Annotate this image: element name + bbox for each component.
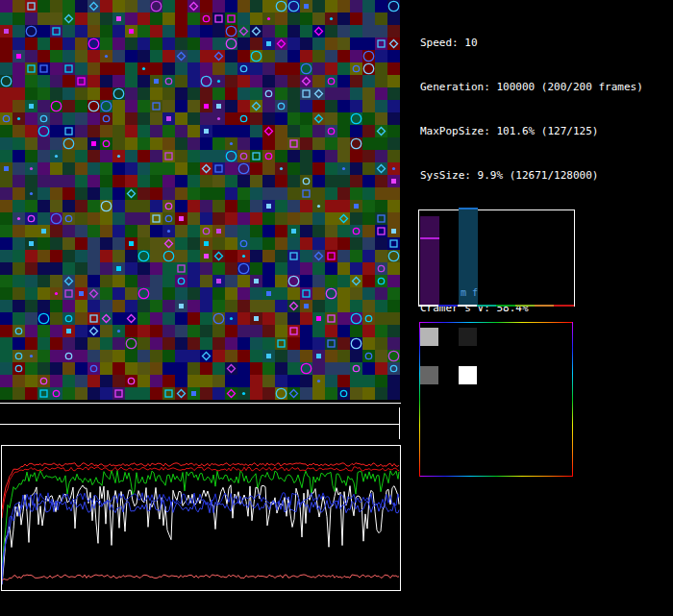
hue-scale-segment: [438, 305, 458, 307]
matrix-border-right: [572, 322, 573, 477]
app-window: Speed: 10 Generation: 100000 (200/200 fr…: [0, 0, 673, 616]
stat-maxpopsize: MaxPopSize: 101.6% (127/125): [420, 125, 643, 144]
hue-scale-segment: [554, 305, 574, 307]
hue-scale-segment: [496, 305, 515, 307]
simulation-grid[interactable]: [0, 0, 400, 400]
matrix-cell: [459, 328, 477, 346]
violet-species-bar: [420, 216, 439, 307]
matrix-cell: [420, 328, 438, 346]
matrix-cell: [420, 366, 438, 384]
stat-syssize: SysSize: 9.9% (12671/128000): [420, 169, 643, 188]
hue-scale-segment: [458, 305, 477, 307]
mf-label: m f: [460, 287, 479, 298]
matrix-border-bottom: [419, 476, 573, 477]
grid-bottom-border: [0, 403, 401, 404]
matrix-border-top: [419, 322, 573, 323]
hue-scale-segment: [515, 305, 535, 307]
mating-matrix-panel: [419, 322, 573, 477]
stat-speed: Speed: 10: [420, 37, 643, 56]
progress-track-right-edge: [399, 407, 400, 439]
hue-scale-segment: [419, 305, 438, 307]
matrix-cell: [459, 366, 477, 384]
history-chart-canvas: [2, 446, 400, 590]
progress-track-line: [0, 424, 400, 425]
stat-generation: Generation: 100000 (200/200 frames): [420, 81, 643, 100]
violet-bar-marker-line: [420, 237, 439, 239]
hue-scale-segment: [535, 305, 554, 307]
population-bars-panel: m f: [418, 209, 575, 307]
history-chart-box: [1, 445, 401, 591]
hue-scale-segment: [477, 305, 496, 307]
mf-bar-cap: [459, 208, 478, 209]
